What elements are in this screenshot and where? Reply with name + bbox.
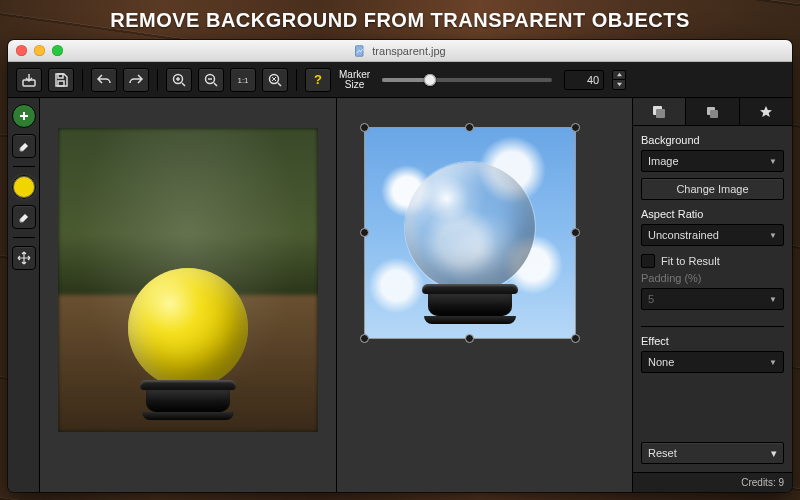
minimize-window-button[interactable] <box>34 45 45 56</box>
aspect-ratio-select[interactable]: Unconstrained ▼ <box>641 224 784 246</box>
resize-handle-ml[interactable] <box>360 228 369 237</box>
stepper-down-icon[interactable] <box>612 79 626 90</box>
marker-size-value[interactable]: 40 <box>564 70 604 90</box>
save-button[interactable] <box>48 68 74 92</box>
redo-button[interactable] <box>123 68 149 92</box>
padding-select: 5 ▼ <box>641 288 784 310</box>
aspect-ratio-label: Aspect Ratio <box>641 208 784 220</box>
result-subject <box>395 162 545 324</box>
help-button[interactable]: ? <box>305 68 331 92</box>
close-window-button[interactable] <box>16 45 27 56</box>
result-pane[interactable] <box>337 98 633 492</box>
resize-handle-tl[interactable] <box>360 123 369 132</box>
chevron-down-icon: ▼ <box>769 157 777 166</box>
svg-rect-3 <box>58 74 63 78</box>
eraser-keep-tool[interactable] <box>12 134 36 158</box>
svg-rect-4 <box>58 81 64 86</box>
resize-handle-mr[interactable] <box>571 228 580 237</box>
result-bounding-box[interactable] <box>365 128 575 338</box>
move-tool[interactable] <box>12 246 36 270</box>
undo-button[interactable] <box>91 68 117 92</box>
svg-rect-13 <box>710 110 718 118</box>
effect-label: Effect <box>641 335 784 347</box>
promo-heading: REMOVE BACKGROUND FROM TRANSPARENT OBJEC… <box>0 0 800 40</box>
document-filename: transparent.jpg <box>372 45 445 57</box>
chevron-down-icon: ▾ <box>771 447 777 460</box>
fit-to-result-checkbox[interactable] <box>641 254 655 268</box>
svg-rect-11 <box>656 109 665 118</box>
tool-palette <box>8 98 40 492</box>
globe-base <box>140 380 236 420</box>
eraser-transparency-tool[interactable] <box>12 205 36 229</box>
desktop-backdrop: transparent.jpg 1:1 ? Marker Size 40 <box>0 40 800 500</box>
zoom-actual-button[interactable]: 1:1 <box>230 68 256 92</box>
document-icon <box>354 45 366 57</box>
aspect-ratio-value: Unconstrained <box>648 229 719 241</box>
resize-handle-bm[interactable] <box>465 334 474 343</box>
zoom-out-button[interactable] <box>198 68 224 92</box>
source-image <box>58 128 318 432</box>
marker-size-stepper[interactable] <box>612 70 626 90</box>
main-toolbar: 1:1 ? Marker Size 40 <box>8 62 792 98</box>
window-controls <box>16 45 63 56</box>
resize-handle-tm[interactable] <box>465 123 474 132</box>
panel-tabs <box>633 98 792 126</box>
zoom-window-button[interactable] <box>52 45 63 56</box>
reset-label: Reset <box>648 447 677 459</box>
properties-panel: Background Image ▼ Change Image Aspect R… <box>632 98 792 492</box>
transparency-mask-overlay <box>128 268 248 388</box>
window-titlebar[interactable]: transparent.jpg <box>8 40 792 62</box>
stepper-up-icon[interactable] <box>612 70 626 80</box>
effect-select[interactable]: None ▼ <box>641 351 784 373</box>
transparency-marker-tool[interactable] <box>12 175 36 199</box>
svg-rect-0 <box>356 45 364 56</box>
canvas-area <box>40 98 632 492</box>
effect-value: None <box>648 356 674 368</box>
import-button[interactable] <box>16 68 42 92</box>
background-select[interactable]: Image ▼ <box>641 150 784 172</box>
workspace: Background Image ▼ Change Image Aspect R… <box>8 98 792 492</box>
fit-to-result-label: Fit to Result <box>661 255 720 267</box>
chevron-down-icon: ▼ <box>769 295 777 304</box>
padding-value: 5 <box>648 293 654 305</box>
resize-handle-br[interactable] <box>571 334 580 343</box>
zoom-in-button[interactable] <box>166 68 192 92</box>
zoom-fit-button[interactable] <box>262 68 288 92</box>
resize-handle-tr[interactable] <box>571 123 580 132</box>
padding-label: Padding (%) <box>641 272 784 284</box>
tab-layers[interactable] <box>686 98 739 125</box>
tab-favorites[interactable] <box>740 98 792 125</box>
marker-size-label: Marker Size <box>339 70 370 90</box>
source-pane[interactable] <box>40 98 337 492</box>
tab-background[interactable] <box>633 98 686 125</box>
marker-size-slider[interactable] <box>382 78 552 82</box>
svg-text:?: ? <box>314 72 322 87</box>
background-select-value: Image <box>648 155 679 167</box>
chevron-down-icon: ▼ <box>769 358 777 367</box>
resize-handle-bl[interactable] <box>360 334 369 343</box>
chevron-down-icon: ▼ <box>769 231 777 240</box>
app-window: transparent.jpg 1:1 ? Marker Size 40 <box>8 40 792 492</box>
reset-button[interactable]: Reset ▾ <box>641 442 784 464</box>
keep-marker-tool[interactable] <box>12 104 36 128</box>
change-image-button[interactable]: Change Image <box>641 178 784 200</box>
svg-text:1:1: 1:1 <box>237 76 249 85</box>
background-label: Background <box>641 134 784 146</box>
credits-readout: Credits: 9 <box>633 472 792 492</box>
